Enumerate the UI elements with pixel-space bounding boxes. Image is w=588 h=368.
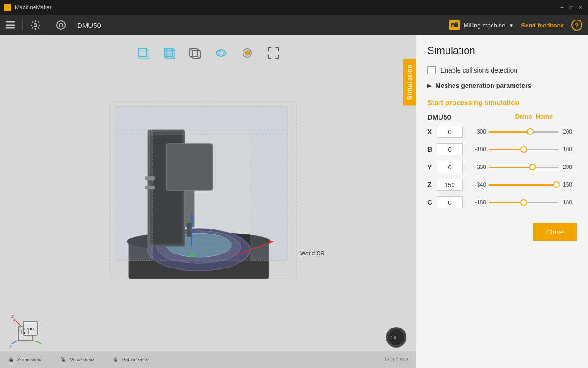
axis-row: X -300 200 xyxy=(427,126,577,138)
zoom-label: Zoom view xyxy=(17,357,41,362)
axis-slider-x[interactable] xyxy=(489,128,558,135)
svg-line-69 xyxy=(33,340,42,344)
simulation-tab[interactable]: Simulation xyxy=(403,59,416,105)
title-bar-controls: – □ ✕ xyxy=(558,4,584,11)
machine-selector[interactable]: Milling machine ▼ xyxy=(449,20,514,30)
maximize-button[interactable]: □ xyxy=(568,4,575,11)
machine-type-label: Milling machine xyxy=(464,22,506,29)
help-button[interactable]: ? xyxy=(571,20,582,31)
axis-max-c: 180 xyxy=(563,199,577,206)
axis-slider-b[interactable] xyxy=(489,146,558,153)
toolbar-left: DMU50 xyxy=(6,20,449,31)
app-logo xyxy=(4,4,11,11)
viewport[interactable]: 2 Simulation xyxy=(0,35,416,368)
axis-input-x[interactable] xyxy=(437,126,463,138)
view-toolbar: 2 xyxy=(135,45,282,61)
meshes-label: Meshes generation parameters xyxy=(435,82,531,89)
svg-point-5 xyxy=(59,23,63,27)
app-name: MachineMaker xyxy=(15,4,52,11)
svg-text:0.0: 0.0 xyxy=(390,335,396,340)
collisions-checkbox[interactable] xyxy=(427,66,436,74)
axis-row: B -180 180 xyxy=(427,143,577,155)
rotate-mouse-icon: 🖱 xyxy=(112,356,119,363)
machine-type-icon xyxy=(449,20,460,30)
right-panel: Simulation Enable collisions detection ▶… xyxy=(416,35,588,368)
title-bar: MachineMaker – □ ✕ xyxy=(0,0,588,15)
axis-max-b: 180 xyxy=(563,146,577,153)
close-button[interactable]: Close xyxy=(533,223,577,241)
settings-icon[interactable] xyxy=(30,20,41,30)
axis-input-c[interactable] xyxy=(437,196,463,208)
svg-rect-6 xyxy=(451,23,458,27)
meshes-collapsible[interactable]: ▶ Meshes generation parameters xyxy=(427,82,577,89)
axis-min-x: -300 xyxy=(467,128,486,135)
svg-rect-8 xyxy=(455,22,458,24)
circle-icon[interactable] xyxy=(56,20,66,30)
rotate-label: Rotate view xyxy=(122,357,148,362)
axis-max-z: 150 xyxy=(563,181,577,188)
send-feedback-button[interactable]: Send feedback xyxy=(521,22,564,29)
home-label: Home xyxy=(536,113,553,120)
svg-point-4 xyxy=(57,21,65,29)
machine-name-label: DMU50 xyxy=(77,21,101,29)
minimize-button[interactable]: – xyxy=(558,4,566,11)
move-label: Move view xyxy=(69,357,94,362)
svg-text:Z: Z xyxy=(11,314,14,319)
viewport-hints: 🖱 Zoom view 🖱 Move view 🖱 Rotate view 17… xyxy=(0,351,416,368)
compass: 0.0 xyxy=(386,327,406,348)
svg-rect-2 xyxy=(6,27,15,29)
svg-rect-52 xyxy=(145,186,155,189)
svg-point-27 xyxy=(216,50,226,56)
panel-title: Simulation xyxy=(427,45,577,57)
view-globe-button[interactable] xyxy=(213,45,230,61)
zoom-mouse-icon: 🖱 xyxy=(7,356,14,363)
axis-max-x: 200 xyxy=(563,128,577,135)
axis-name-z: Z xyxy=(427,181,437,188)
axis-slider-y[interactable] xyxy=(489,163,558,171)
machine-row-label: DMU50 Home Demo xyxy=(427,113,577,121)
view-isometric-button[interactable] xyxy=(161,45,177,61)
svg-rect-51 xyxy=(145,176,155,180)
axis-max-y: 200 xyxy=(563,164,577,170)
axis-input-b[interactable] xyxy=(437,143,463,155)
axis-input-z[interactable] xyxy=(437,179,463,191)
svg-rect-0 xyxy=(6,21,15,23)
axis-name-y: Y xyxy=(427,163,437,171)
axis-min-z: -340 xyxy=(467,181,486,188)
dropdown-arrow-icon: ▼ xyxy=(509,23,514,28)
axis-row: Y -330 200 xyxy=(427,161,577,173)
content-area: 2 Simulation xyxy=(0,35,588,368)
axis-min-c: -180 xyxy=(467,199,486,206)
axis-min-y: -330 xyxy=(467,164,486,170)
toolbar-separator-2 xyxy=(48,20,48,31)
svg-point-28 xyxy=(219,50,223,56)
svg-text:World CS: World CS xyxy=(300,250,324,257)
axis-table: DMU50 Home Demo X -300 200 B xyxy=(427,113,577,214)
svg-rect-50 xyxy=(115,107,287,260)
axis-rows: X -300 200 B -180 xyxy=(427,126,577,208)
axis-indicator: Left Front Z X xyxy=(9,312,47,349)
zoom-hint: 🖱 Zoom view xyxy=(7,356,41,363)
close-button[interactable]: ✕ xyxy=(577,4,584,11)
axis-slider-c[interactable] xyxy=(489,199,558,206)
axis-row: C -180 180 xyxy=(427,196,577,208)
move-mouse-icon: 🖱 xyxy=(60,356,67,363)
view-expand-button[interactable] xyxy=(265,45,282,61)
collisions-label: Enable collisions detection xyxy=(440,67,517,74)
machine-3d-view: World CS xyxy=(23,63,392,345)
svg-line-67 xyxy=(12,340,19,344)
svg-point-57 xyxy=(190,254,194,257)
axis-input-y[interactable] xyxy=(437,161,463,173)
svg-point-3 xyxy=(34,24,37,27)
axis-slider-z[interactable] xyxy=(489,181,558,188)
collapse-arrow-icon: ▶ xyxy=(427,82,432,89)
axis-name-c: C xyxy=(427,199,437,206)
view-front-button[interactable] xyxy=(135,45,151,61)
axis-min-b: -180 xyxy=(467,146,486,153)
axis-name-x: X xyxy=(427,128,437,135)
view-wire-button[interactable] xyxy=(187,45,203,61)
menu-icon[interactable] xyxy=(6,21,15,29)
svg-text:Front: Front xyxy=(24,327,35,331)
view-camera-button[interactable]: 2 xyxy=(239,45,256,61)
toolbar-separator-1 xyxy=(22,20,23,31)
